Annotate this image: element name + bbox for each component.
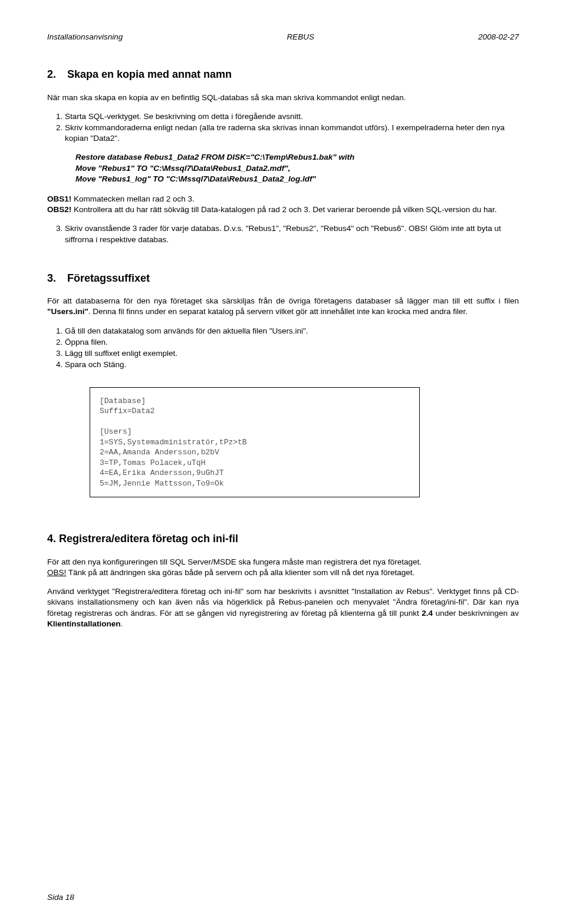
sec4-p1: För att den nya konfigureringen till SQL… [47, 557, 519, 578]
cb-l7: 3=TP,Tomas Polacek,uTqH [100, 458, 205, 467]
page-footer: Sida 18 [47, 892, 74, 903]
sec2-code-block: Restore database Rebus1_Data2 FROM DISK=… [75, 152, 519, 184]
sec2-code-line-2: Move "Rebus1" TO "C:\Mssql7\Data\Rebus1_… [75, 163, 519, 174]
sec2-step-2: Skriv kommandoraderna enligt nedan (alla… [65, 123, 519, 144]
cb-l8: 4=EA,Erika Andersson,9uGhJT [100, 468, 224, 477]
sec4-p2b: 2.4 [422, 609, 433, 618]
sec4-p1a: För att den nya konfigureringen till SQL… [47, 557, 422, 566]
sec3-step-2: Öppna filen. [65, 337, 519, 348]
sec2-step-1: Starta SQL-verktyget. Se beskrivning om … [65, 111, 519, 122]
section-3-title: Företagssuffixet [67, 272, 150, 284]
sec4-p2c: under beskrivningen av [433, 609, 519, 618]
sec3-p1b: "Users.ini" [47, 307, 88, 316]
cb-l9: 5=JM,Jennie Mattsson,To9=Ok [100, 479, 224, 488]
sec3-step-1: Gå till den datakatalog som används för … [65, 326, 519, 336]
section-2-heading: 2.Skapa en kopia med annat namn [47, 67, 519, 81]
header-center: REBUS [287, 32, 314, 42]
cb-l6: 2=AA,Amanda Andersson,b2bV [100, 448, 219, 457]
sec4-p1b: Tänk på att ändringen ska göras både på … [66, 568, 414, 577]
cb-l5: 1=SYS,Systemadministratör,tPz>tB [100, 438, 247, 447]
sec2-step-3: Skriv ovanstående 3 rader för varje data… [65, 223, 519, 245]
sec3-steps: Gå till den datakatalog som används för … [47, 326, 519, 371]
header-left: Installationsanvisning [47, 32, 123, 42]
sec2-intro: När man ska skapa en kopia av en befintl… [47, 93, 519, 103]
sec4-p2: Använd verktyget "Registrera/editera för… [47, 586, 519, 629]
sec3-p1: För att databaserna för den nya företage… [47, 296, 519, 317]
sec3-step-3: Lägg till suffixet enligt exemplet. [65, 348, 519, 359]
page: Installationsanvisning REBUS 2008-02-27 … [0, 0, 566, 924]
obs1-text: Kommatecken mellan rad 2 och 3. [71, 194, 195, 203]
sec3-code-box: [Database] Suffix=Data2 [Users] 1=SYS,Sy… [90, 387, 420, 498]
sec2-steps-cont: Skriv ovanstående 3 rader för varje data… [47, 223, 519, 245]
sec4-p2d: Klientinstallationen [47, 619, 121, 628]
section-2-number: 2. [47, 67, 67, 81]
obs2-text: Kontrollera att du har rätt sökväg till … [71, 205, 496, 214]
page-header: Installationsanvisning REBUS 2008-02-27 [47, 32, 519, 42]
sec2-code-line-1: Restore database Rebus1_Data2 FROM DISK=… [75, 152, 519, 163]
sec2-steps: Starta SQL-verktyget. Se beskrivning om … [47, 111, 519, 144]
cb-l2: Suffix=Data2 [100, 407, 155, 415]
cb-l4: [Users] [100, 427, 132, 436]
sec4-obs-label: OBS! [47, 568, 66, 577]
sec3-p1a: För att databaserna för den nya företage… [47, 296, 519, 305]
sec3-p1c: . Denna fil finns under en separat katal… [88, 307, 468, 316]
header-right: 2008-02-27 [478, 32, 519, 42]
obs2-label: OBS2! [47, 205, 71, 214]
sec3-step-4: Spara och Stäng. [65, 359, 519, 370]
section-4-heading: 4. Registrera/editera företag och ini-fi… [47, 532, 519, 546]
obs1-label: OBS1! [47, 194, 71, 203]
section-3-heading: 3.Företagssuffixet [47, 271, 519, 285]
sec2-code-line-3: Move "Rebus1_log" TO "C:\Mssql7\Data\Reb… [75, 174, 519, 184]
sec4-p2e: . [121, 619, 123, 628]
section-3-number: 3. [47, 271, 67, 285]
section-2-title: Skapa en kopia med annat namn [67, 68, 232, 80]
cb-l1: [Database] [100, 397, 146, 405]
sec2-obs1: OBS1! Kommatecken mellan rad 2 och 3. OB… [47, 194, 519, 215]
